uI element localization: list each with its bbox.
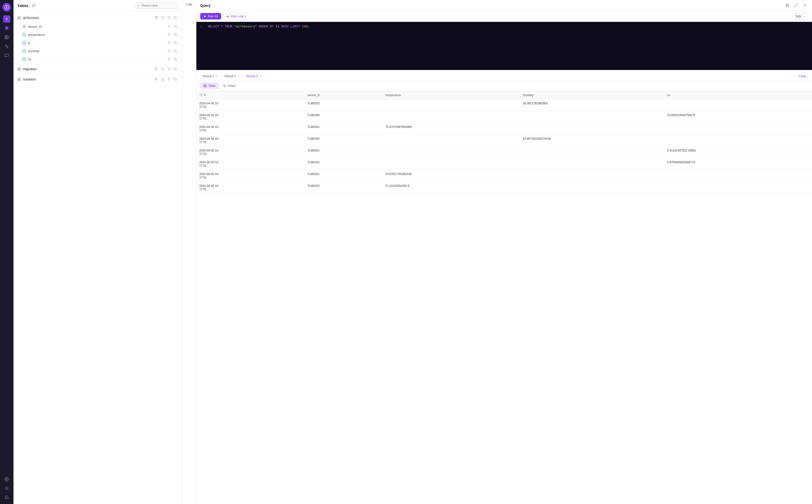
cell-co: [664, 123, 812, 135]
col-copy-btn[interactable]: [172, 32, 178, 37]
table-icon: [17, 78, 21, 81]
col-copy-btn[interactable]: [172, 57, 178, 62]
table-schema-btn[interactable]: [154, 15, 159, 20]
col-type-green-icon: ○: [22, 49, 26, 53]
app-logo: [2, 3, 11, 12]
tables-list: airSensors: [13, 11, 182, 504]
table-filter-btn[interactable]: [166, 77, 171, 82]
table-icon: [17, 67, 21, 71]
col-filter-btn[interactable]: [166, 57, 171, 62]
table-copy-btn[interactable]: [160, 66, 165, 72]
col-filter-btn[interactable]: [166, 40, 171, 45]
table-more-btn[interactable]: [172, 66, 178, 72]
result-tab-3[interactable]: Result 3 ✕: [244, 73, 264, 79]
svg-line-61: [796, 4, 798, 5]
svg-marker-27: [168, 25, 170, 28]
nav-table-icon[interactable]: [3, 34, 10, 41]
view-toggle: Table Chart: [196, 81, 812, 91]
table-row: 2024-04-30 10:17:51 TLM0200 10.630223034…: [196, 111, 812, 123]
table-filter-btn[interactable]: [166, 66, 171, 72]
close-result-1[interactable]: ✕: [215, 74, 218, 78]
col-filter-btn[interactable]: [166, 24, 171, 29]
svg-marker-65: [204, 15, 206, 17]
add-button[interactable]: +: [3, 15, 10, 23]
nav-message-icon[interactable]: [3, 52, 10, 59]
svg-point-6: [6, 479, 7, 480]
tables-header: Tables: [13, 0, 182, 11]
column-row-ts[interactable]: ○ ts: [13, 39, 182, 47]
table-row: 2024-04-30 10:17:51 TLM0101 70.579177933…: [196, 170, 812, 182]
chart-view-button[interactable]: Chart: [220, 82, 239, 89]
cell-co: [664, 170, 812, 182]
table-copy-btn[interactable]: [160, 15, 165, 20]
result-tabs: Result 1 ✕ Result 2 ✕ Result 3 ✕ Clear: [196, 72, 812, 81]
close-icon-btn[interactable]: [801, 2, 808, 9]
cell-humidity: [520, 170, 664, 182]
svg-rect-57: [156, 80, 157, 81]
table-filter-btn[interactable]: [166, 15, 171, 20]
col-actions: [166, 32, 178, 37]
column-row-humidity[interactable]: ○ humidity: [13, 47, 182, 55]
run-all-button[interactable]: Run All: [200, 13, 221, 19]
table-schema-btn[interactable]: [154, 66, 159, 72]
table-more-btn[interactable]: [172, 77, 178, 82]
search-input[interactable]: [141, 4, 175, 7]
cell-humidity: [520, 123, 664, 135]
nav-settings-icon[interactable]: [3, 476, 10, 483]
cell-ts: 2024-04-30 10:17:51: [196, 99, 305, 111]
cell-co: [664, 182, 812, 194]
table-icon: [17, 16, 21, 20]
table-schema-btn[interactable]: [154, 77, 159, 82]
col-copy-btn[interactable]: [172, 24, 178, 29]
column-row-sensor-id[interactable]: sensor_id: [13, 22, 182, 31]
svg-rect-48: [175, 69, 177, 70]
close-result-2[interactable]: ✕: [237, 74, 240, 78]
col-name: humidity: [28, 49, 164, 53]
table-more-btn[interactable]: [172, 15, 178, 20]
sql-dropdown[interactable]: SQL: [793, 13, 808, 19]
col-header-humidity: humidity: [520, 91, 664, 99]
search-box[interactable]: [134, 2, 178, 9]
table-item-migration[interactable]: migration: [13, 64, 182, 74]
logs-tab[interactable]: Logs: [182, 0, 196, 504]
clear-button[interactable]: Clear: [797, 74, 808, 78]
save-icon-btn[interactable]: [784, 2, 791, 9]
svg-rect-67: [204, 84, 207, 87]
refresh-button[interactable]: [30, 2, 37, 9]
cell-temperature: [382, 135, 520, 146]
expand-icon-btn[interactable]: [793, 2, 799, 9]
nav-database-icon[interactable]: [3, 25, 10, 32]
col-name: ts: [28, 41, 164, 45]
nav-chart-icon[interactable]: [3, 43, 10, 50]
drag-handle-horizontal[interactable]: ⋯: [196, 70, 812, 72]
svg-rect-18: [157, 17, 158, 18]
table-item-numbers[interactable]: numbers: [13, 75, 182, 84]
result-tab-2[interactable]: Result 2 ✕: [222, 73, 243, 79]
nav-menu-icon[interactable]: [3, 485, 10, 492]
column-row-co[interactable]: ○ co: [13, 55, 182, 63]
col-type-green-icon: ○: [22, 57, 26, 61]
result-tab-1[interactable]: Result 1 ✕: [200, 73, 221, 79]
table-view-button[interactable]: Table: [200, 82, 219, 89]
col-filter-btn[interactable]: [166, 48, 171, 54]
cell-sensor-id: TLM0103: [305, 182, 382, 194]
col-copy-btn[interactable]: [172, 40, 178, 45]
col-header-ts: ts: [196, 91, 305, 99]
run-line-button[interactable]: Run Line 1: [223, 13, 250, 20]
svg-marker-33: [168, 50, 170, 52]
column-row-temperature[interactable]: ○ temperature: [13, 31, 182, 39]
close-result-3[interactable]: ✕: [259, 74, 262, 78]
col-actions: [166, 24, 178, 29]
code-editor[interactable]: 1 SELECT * FROM "airSensors" ORDER BY ts…: [196, 22, 812, 70]
svg-rect-60: [175, 79, 177, 81]
col-copy-btn[interactable]: [172, 48, 178, 54]
svg-rect-30: [175, 34, 176, 36]
table-copy-btn[interactable]: [160, 77, 165, 82]
cell-temperature: [382, 99, 520, 111]
logs-label: Logs: [185, 2, 192, 6]
table-item-airsensors[interactable]: airSensors: [13, 13, 182, 22]
nav-bell-icon[interactable]: [3, 494, 10, 501]
col-filter-btn[interactable]: [166, 32, 171, 37]
col-name: temperature: [28, 33, 164, 37]
table-row: 2024-04-30 10:17:51 TLM0202 0.4116143702…: [196, 146, 812, 158]
